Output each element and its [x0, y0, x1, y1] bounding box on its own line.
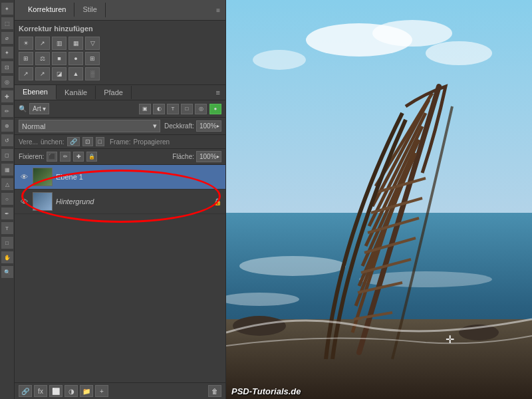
left-toolbar: ✦ ⬚ ⌀ ✦ ⊡ ◎ ✚ ✏ ⊕ ↺ ◻ ▦ △ ○ ✒ T □ ✋ 🔍 — [0, 0, 15, 399]
link-icon-btn[interactable]: 🔗 — [67, 137, 80, 146]
svg-point-2 — [372, 20, 452, 47]
layer-visibility-hintergrund[interactable]: 👁 — [19, 196, 29, 207]
fill-control: Fläche: 100% ▸ — [172, 151, 221, 162]
corr-curves[interactable]: ↗ — [35, 37, 50, 50]
corr-huesat[interactable]: ▽ — [85, 37, 100, 50]
tool-hand[interactable]: ✋ — [1, 251, 13, 263]
corr-bw[interactable]: ⚖ — [35, 52, 50, 65]
corrections-row-1: ☀ ↗ ▥ ▦ ▽ — [19, 37, 221, 50]
options-bar: Vere... ünchen: 🔗 ⊡ □ Frame: Propagieren — [15, 135, 225, 149]
layer-lock-hintergrund: 🔒 — [213, 198, 221, 205]
layers-tabs-header: Ebenen Kanäle Pfade ≡ — [15, 85, 225, 100]
new-layer-btn[interactable]: + — [95, 385, 108, 397]
tool-eraser[interactable]: ◻ — [1, 149, 13, 161]
delete-layer-btn[interactable]: 🗑 — [208, 385, 221, 397]
filter-type-dropdown[interactable]: Art ▾ — [29, 103, 49, 114]
tab-korrekturen[interactable]: Korrekturen — [20, 3, 74, 17]
frame-label: Frame: — [110, 138, 131, 146]
tab-stile[interactable]: Stile — [74, 3, 105, 17]
corr-vibrance[interactable]: ▦ — [68, 37, 83, 50]
corr-invert[interactable]: ↗ — [19, 67, 33, 80]
canvas-image — [226, 0, 532, 399]
corr-threshold[interactable]: ◪ — [52, 67, 66, 80]
corr-colorlookup[interactable]: ⊞ — [85, 52, 100, 65]
filter-icons: ▣ ◐ T □ ◎ — [139, 104, 207, 114]
lock-pixels-btn[interactable]: ⬛ — [47, 152, 57, 162]
corr-posterize[interactable]: ↗ — [35, 67, 50, 80]
opacity-label: Deckkraft: — [164, 122, 194, 130]
tool-brush[interactable]: ✏ — [1, 105, 13, 117]
corrections-menu-icon[interactable]: ≡ — [216, 7, 220, 14]
tab-kanaele[interactable]: Kanäle — [57, 86, 96, 99]
tool-move[interactable]: ✦ — [1, 3, 13, 15]
svg-point-6 — [239, 256, 346, 276]
tool-zoom[interactable]: 🔍 — [1, 266, 13, 278]
blend-bar: Normal ▾ Deckkraft: 100% ▸ — [15, 118, 225, 135]
new-group-btn[interactable]: 📁 — [80, 385, 93, 397]
svg-point-3 — [426, 41, 492, 65]
layer-name-hintergrund: Hintergrund — [56, 198, 210, 205]
tool-history[interactable]: ↺ — [1, 134, 13, 146]
layers-content: 🔍 Art ▾ ▣ ◐ T □ ◎ ● — [15, 100, 225, 399]
corrections-title: Korrektur hinzufügen — [19, 25, 221, 33]
lock-artboard-btn[interactable]: ✚ — [73, 152, 84, 162]
fill-label: Fläche: — [172, 153, 194, 160]
corrections-panel-header: Korrekturen Stile ≡ — [15, 0, 225, 21]
new-fill-btn[interactable]: ◑ — [65, 385, 78, 397]
layer-thumbnail-hintergrund — [33, 192, 53, 211]
layers-bottom-bar: 🔗 fx ⬜ ◑ 📁 + 🗑 — [15, 382, 225, 399]
tool-pen[interactable]: ✒ — [1, 207, 13, 219]
tool-crop[interactable]: ⊡ — [1, 61, 13, 73]
layer-row-ebene1[interactable]: 👁 Ebene 1 — [15, 165, 225, 190]
corr-exposure[interactable]: ▥ — [52, 37, 66, 50]
tool-shape[interactable]: □ — [1, 237, 13, 249]
lock-position-btn[interactable]: ✏ — [60, 152, 70, 162]
blend-mode-dropdown[interactable]: Normal ▾ — [19, 120, 160, 132]
link-layers-btn[interactable]: 🔗 — [19, 385, 32, 397]
filter-shape-btn[interactable]: □ — [181, 104, 193, 114]
verknuepfen-label: Vere... — [19, 138, 38, 146]
tool-magic[interactable]: ✦ — [1, 47, 13, 59]
filter-type-btn[interactable]: T — [167, 104, 179, 114]
opacity-input[interactable]: 100% ▸ — [196, 120, 221, 132]
filter-smart-btn[interactable]: ◎ — [195, 104, 207, 114]
propagate-label: Propagieren — [134, 138, 170, 146]
tool-dodge[interactable]: ○ — [1, 193, 13, 205]
tab-pfade[interactable]: Pfade — [96, 86, 132, 99]
tool-gradient[interactable]: ▦ — [1, 164, 13, 176]
layers-menu-icon[interactable]: ≡ — [211, 86, 225, 99]
group-mask-btn[interactable]: □ — [96, 137, 104, 146]
watermark: PSD-Tutorials.de — [231, 386, 301, 396]
corr-selective[interactable]: ░ — [85, 67, 100, 80]
filter-search-icon: 🔍 — [19, 105, 27, 112]
lock-bar: Fixieren: ⬛ ✏ ✚ 🔒 Fläche: 100% ▸ — [15, 149, 225, 165]
filter-adjustment-btn[interactable]: ◐ — [153, 104, 165, 114]
layer-visibility-ebene1[interactable]: 👁 — [19, 172, 29, 182]
add-mask-btn[interactable]: ⬜ — [49, 385, 63, 397]
tool-eyedrop[interactable]: ◎ — [1, 76, 13, 88]
filter-pixel-btn[interactable]: ▣ — [139, 104, 151, 114]
layer-thumbnail-ebene1 — [33, 168, 53, 186]
tool-select[interactable]: ⬚ — [1, 17, 13, 29]
filter-toggle-btn[interactable]: ● — [209, 104, 221, 114]
corr-colorbalance[interactable]: ⊞ — [19, 52, 33, 65]
corr-gradient-map[interactable]: ▲ — [68, 67, 83, 80]
tool-lasso[interactable]: ⌀ — [1, 32, 13, 44]
tab-ebenen[interactable]: Ebenen — [15, 85, 57, 100]
tool-text[interactable]: T — [1, 222, 13, 234]
corr-photfilter[interactable]: ■ — [52, 52, 66, 65]
tool-clone[interactable]: ⊕ — [1, 120, 13, 132]
corr-brightness[interactable]: ☀ — [19, 37, 33, 50]
filter-bar: 🔍 Art ▾ ▣ ◐ T □ ◎ ● — [15, 100, 225, 118]
layer-row-hintergrund[interactable]: 👁 Hintergrund 🔒 — [15, 190, 225, 214]
fill-input[interactable]: 100% ▸ — [196, 151, 221, 162]
corrections-row-3: ↗ ↗ ◪ ▲ ░ — [19, 67, 221, 80]
tool-blur[interactable]: △ — [1, 178, 13, 190]
lock-all-btn[interactable]: 🔒 — [86, 152, 97, 162]
corr-channelmix[interactable]: ● — [68, 52, 83, 65]
svg-point-10 — [233, 316, 286, 336]
blend-mode-label: Normal — [22, 122, 45, 130]
add-style-btn[interactable]: fx — [34, 385, 47, 397]
quick-mask-btn[interactable]: ⊡ — [82, 137, 93, 146]
tool-heal[interactable]: ✚ — [1, 90, 13, 102]
